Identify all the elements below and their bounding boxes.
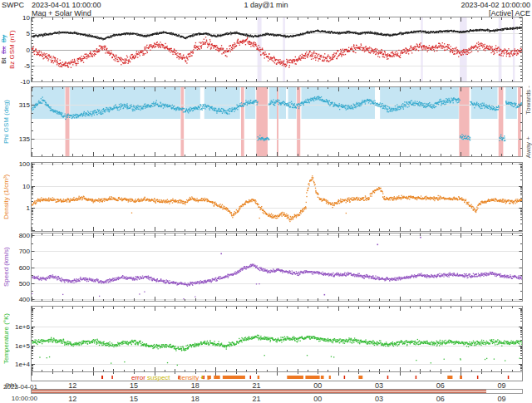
plot-end-time: 2023-04-02 10:00:00 [461, 1, 530, 9]
away-label: Away + [525, 136, 532, 158]
phi-plot-area[interactable] [32, 87, 522, 156]
speed-plot-area[interactable] [32, 233, 522, 301]
overview-hour-label: 09 [494, 395, 509, 403]
phi-sector-labels: Towards - Away + [524, 86, 532, 158]
towards-label: Towards - [525, 86, 532, 115]
density-ytick-label: 100 [11, 160, 30, 168]
by-label[interactable]: By [0, 35, 7, 42]
bt-label: Bt [0, 58, 7, 65]
temperature-ytick-label: 1e+5 [11, 342, 30, 350]
app-title: SWPC [2, 1, 24, 9]
panel-mag [31, 17, 523, 82]
mag-ytick-label: 5 [11, 30, 30, 37]
speed-ytick-label: 600 [11, 264, 30, 272]
panel-phi [31, 86, 523, 157]
overview-hour-label: 15 [126, 395, 141, 403]
density-axis-label: Density (1/cm³) [2, 163, 10, 231]
mag-plot-area[interactable] [32, 17, 522, 81]
overview-hour-label: 03 [372, 395, 387, 403]
speed-ytick-label: 500 [11, 280, 30, 288]
panel-temperature [31, 306, 523, 372]
overview-hour-label: 00 [310, 395, 325, 403]
panel-speed [31, 233, 523, 302]
bx-label[interactable]: Bx [0, 47, 7, 54]
temperature-ytick-label: 1e+4 [11, 361, 30, 368]
plot-start-time: 2023-04-01 10:00:00 [32, 1, 101, 9]
time-range-scrollbar-selection[interactable] [32, 390, 486, 393]
speed-ytick-label: 400 [11, 296, 30, 303]
temperature-ytick-label: 1e+6 [11, 323, 30, 331]
density-ytick-label: 1 [11, 204, 30, 212]
speed-ytick-label: 700 [11, 248, 30, 255]
data-quality-marks [32, 372, 522, 381]
phi-axis-label: Phi GSM (deg) [2, 87, 10, 156]
overview-hour-label: 06 [433, 395, 448, 403]
mag-ytick-label: 0 [11, 47, 30, 54]
density-ytick-label: 10 [11, 183, 30, 190]
mag-axis-label-secondary: Bt Bx By [0, 17, 7, 81]
plot-range: 1 day@1 min [244, 1, 288, 9]
mag-ytick-label: -5 [11, 62, 30, 70]
phi-ytick-label: 135 [11, 135, 30, 143]
data-quality-strip: error suspect density < 1 [31, 371, 523, 381]
overview-hour-label: 21 [249, 395, 264, 403]
speed-ytick-label: 800 [11, 232, 30, 239]
speed-axis-label: Speed (km/s) [2, 233, 10, 301]
mag-ytick-label: 10 [11, 14, 30, 22]
panel-density [31, 162, 523, 232]
overview-hour-label: 12 [65, 395, 80, 403]
phi-ytick-label: 315 [11, 101, 30, 109]
mag-ytick-label: -10 [11, 78, 30, 86]
overview-hour-label: 18 [188, 395, 203, 403]
density-plot-area[interactable] [32, 163, 522, 231]
temperature-plot-area[interactable] [32, 307, 522, 371]
ace-realtime-viewer-window: SWPC 2023-04-01 10:00:00 1 day@1 min 202… [0, 0, 532, 403]
temperature-axis-label: Temperature (°K) [2, 307, 10, 371]
overview-start-time: 10:00:00 [0, 395, 37, 402]
time-range-scrollbar[interactable] [31, 389, 523, 394]
